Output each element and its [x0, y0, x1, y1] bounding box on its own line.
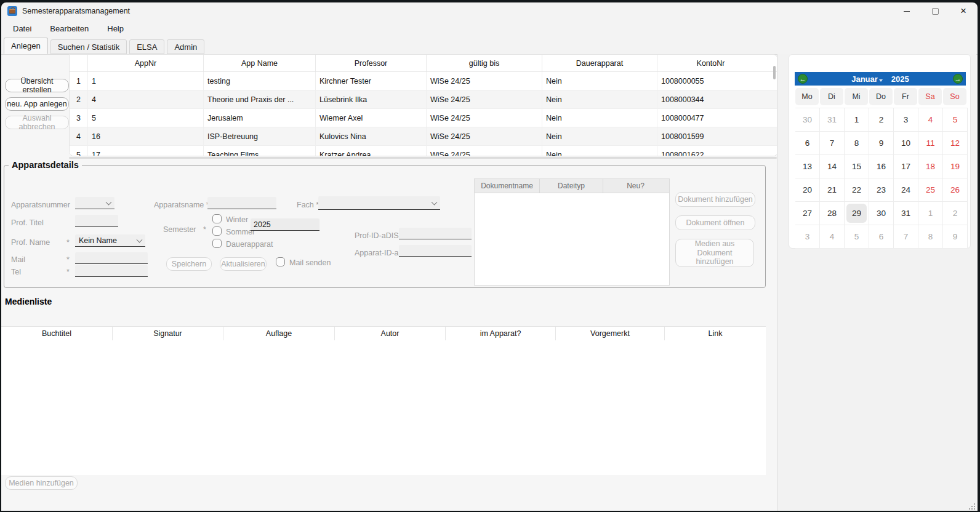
calendar-day[interactable]: 12 — [943, 132, 968, 155]
dauerapparat-checkbox[interactable] — [212, 239, 222, 248]
table-row[interactable]: 3 5 Jerusalem Wiemer Axel WiSe 24/25 Nei… — [70, 109, 777, 127]
aktualisieren-button[interactable]: Aktualisieren — [220, 257, 267, 271]
column-header-dateityp[interactable]: Dateityp — [540, 179, 603, 193]
calendar-next-button[interactable]: → — [953, 74, 963, 84]
calendar-day[interactable]: 8 — [845, 132, 869, 155]
column-header-professor[interactable]: Professor — [316, 55, 427, 71]
calendar-day[interactable]: 1 — [918, 202, 943, 225]
mail-senden-checkbox[interactable] — [276, 257, 285, 266]
column-header-autor[interactable]: Autor — [335, 327, 446, 340]
tab-anlegen[interactable]: Anlegen — [4, 38, 48, 54]
calendar-day[interactable]: 1 — [845, 108, 869, 132]
apparat-id-adis-field[interactable] — [399, 245, 472, 257]
medien-hinzufuegen-button[interactable]: Medien hinzufügen — [5, 476, 78, 490]
calendar-day[interactable]: 5 — [943, 108, 968, 132]
calendar-day[interactable]: 6 — [869, 225, 894, 249]
calendar-day[interactable]: 27 — [795, 202, 820, 225]
calendar-day[interactable]: 10 — [894, 132, 918, 155]
column-header-im-apparat[interactable]: im Apparat? — [446, 327, 556, 340]
calendar-day[interactable]: 8 — [918, 225, 943, 249]
speichern-button[interactable]: Speichern — [166, 257, 212, 271]
calendar-year[interactable]: 2025 — [891, 74, 909, 84]
minimize-button[interactable] — [893, 2, 921, 20]
table-row[interactable]: 5 17 Teaching Films Kratzer Andrea WiSe … — [70, 146, 777, 156]
calendar-prev-button[interactable]: ← — [798, 74, 808, 84]
apparatsnummer-combo[interactable] — [75, 197, 114, 209]
calendar-day[interactable]: 7 — [894, 225, 918, 249]
neu-app-anlegen-button[interactable]: neu. App anlegen — [5, 97, 69, 111]
table-horizontal-scrollbar[interactable] — [69, 157, 777, 159]
calendar-day[interactable]: 6 — [795, 132, 820, 155]
calendar-day[interactable]: 26 — [943, 178, 968, 202]
resize-grip-icon[interactable] — [969, 503, 970, 505]
calendar-day[interactable]: 4 — [820, 225, 845, 249]
tab-admin[interactable]: Admin — [167, 39, 204, 54]
calendar-day[interactable]: 23 — [869, 178, 894, 202]
column-header-gueltig-bis[interactable]: gültig bis — [427, 55, 542, 71]
column-header-vorgemerkt[interactable]: Vorgemerkt — [556, 327, 665, 340]
prof-name-combo[interactable]: Kein Name — [75, 234, 145, 247]
calendar-day[interactable]: 25 — [918, 178, 943, 202]
calendar-day[interactable]: 28 — [820, 202, 845, 225]
prof-id-adis-field[interactable] — [399, 228, 472, 239]
calendar-day[interactable]: 4 — [918, 108, 943, 132]
maximize-button[interactable] — [921, 2, 949, 20]
calendar-month[interactable]: Januar — [851, 74, 878, 84]
calendar-day[interactable]: 2 — [869, 108, 894, 132]
calendar-day[interactable]: 18 — [918, 155, 943, 178]
column-header-auflage[interactable]: Auflage — [223, 327, 335, 340]
calendar-day[interactable]: 24 — [894, 178, 918, 202]
calendar-day[interactable]: 15 — [845, 155, 869, 178]
calendar-day[interactable]: 9 — [869, 132, 894, 155]
table-row[interactable]: 4 16 ISP-Betreuung Kulovics Nina WiSe 24… — [70, 127, 777, 146]
calendar-day[interactable]: 31 — [894, 202, 918, 225]
fach-combo[interactable] — [318, 196, 440, 210]
calendar-day[interactable]: 5 — [845, 225, 869, 249]
calendar-day-today[interactable]: 29 — [845, 202, 869, 225]
auswahl-abbrechen-button[interactable]: Auswahl abbrechen — [5, 116, 69, 129]
menu-item-help[interactable]: Help — [98, 24, 133, 33]
calendar-day[interactable]: 3 — [894, 108, 918, 132]
winter-checkbox[interactable] — [212, 214, 222, 223]
calendar-day[interactable]: 7 — [820, 132, 845, 155]
calendar-day[interactable]: 16 — [869, 155, 894, 178]
calendar-day[interactable]: 20 — [795, 178, 820, 202]
tel-field[interactable] — [75, 265, 148, 277]
calendar-day[interactable]: 11 — [918, 132, 943, 155]
apparatsname-field[interactable] — [207, 197, 276, 209]
calendar-day[interactable]: 14 — [820, 155, 845, 178]
tab-elsa[interactable]: ELSA — [129, 39, 164, 54]
prof-titel-field[interactable] — [75, 215, 118, 227]
column-header-signatur[interactable]: Signatur — [113, 327, 223, 340]
menu-item-bearbeiten[interactable]: Bearbeiten — [41, 24, 98, 33]
sommer-checkbox[interactable] — [212, 226, 222, 236]
calendar-day[interactable]: 3 — [795, 225, 820, 249]
calendar-day[interactable]: 22 — [845, 178, 869, 202]
table-scrollbar[interactable] — [773, 66, 776, 79]
column-header-buchtitel[interactable]: Buchtitel — [1, 327, 113, 340]
column-header-kontonr[interactable]: KontoNr — [657, 55, 764, 71]
column-header-appname[interactable]: App Name — [204, 55, 316, 71]
calendar-day[interactable]: 30 — [869, 202, 894, 225]
calendar-day[interactable]: 2 — [943, 202, 968, 225]
tab-suchen-statistik[interactable]: Suchen / Statistik — [50, 39, 127, 54]
dokument-hinzufuegen-button[interactable]: Dokument hinzufügen — [675, 192, 755, 207]
calendar-day[interactable]: 30 — [795, 108, 820, 132]
uebersicht-erstellen-button[interactable]: Übersicht erstellen — [5, 79, 69, 92]
column-header-dokumentname[interactable]: Dokumentname — [475, 179, 540, 193]
calendar-day[interactable]: 17 — [894, 155, 918, 178]
calendar-day[interactable]: 9 — [943, 225, 968, 249]
semester-jahr-field[interactable]: 2025 — [251, 218, 319, 231]
calendar-day[interactable]: 13 — [795, 155, 820, 178]
calendar-day[interactable]: 19 — [943, 155, 968, 178]
medien-aus-dokument-button[interactable]: Medien aus Dokument hinzufügen — [675, 239, 754, 267]
column-header-appnr[interactable]: AppNr — [88, 55, 204, 71]
calendar-day[interactable]: 31 — [820, 108, 845, 132]
column-header-dauerapparat[interactable]: Dauerapparat — [542, 55, 657, 71]
table-row[interactable]: 2 4 Theorie und Praxis der ... Lüsebrink… — [70, 90, 777, 109]
dokument-oeffnen-button[interactable]: Dokument öffnen — [675, 215, 755, 230]
close-button[interactable]: × — [949, 2, 978, 20]
mail-field[interactable] — [75, 252, 148, 264]
table-row[interactable]: 1 1 testing Kirchner Tester WiSe 24/25 N… — [70, 72, 777, 90]
column-header-neu[interactable]: Neu? — [603, 179, 668, 193]
